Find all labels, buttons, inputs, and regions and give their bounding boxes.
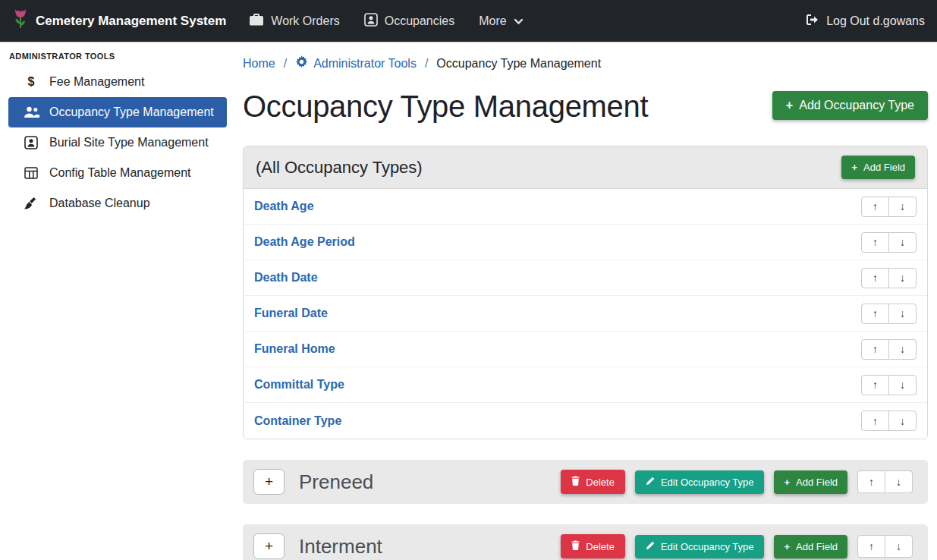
- plus-icon: +: [784, 541, 790, 552]
- move-down-button[interactable]: ↓: [888, 411, 917, 431]
- logout-button[interactable]: Log Out d.gowans: [806, 14, 925, 29]
- card-title: (All Occupancy Types): [256, 158, 423, 178]
- breadcrumb-label: Administrator Tools: [313, 57, 417, 71]
- breadcrumb-home-link[interactable]: Home: [243, 57, 275, 71]
- person-frame-icon: [364, 13, 378, 30]
- nav-item-occupancies[interactable]: Occupancies: [364, 13, 455, 30]
- sidebar-item-occupancy-type-management[interactable]: Occupancy Type Management: [8, 97, 227, 127]
- move-down-button[interactable]: ↓: [888, 197, 917, 217]
- move-up-button[interactable]: ↑: [861, 268, 889, 288]
- nav-item-more[interactable]: More: [479, 14, 523, 28]
- move-up-button[interactable]: ↑: [861, 339, 889, 360]
- reorder-buttons: ↑ ↓: [861, 268, 917, 288]
- reorder-buttons: ↑ ↓: [861, 375, 917, 395]
- admin-tools-sidebar: Administrator Tools $ Fee Management Occ…: [0, 42, 235, 219]
- reorder-buttons: ↑ ↓: [861, 197, 917, 217]
- logout-icon: [806, 14, 819, 29]
- expand-button[interactable]: +: [253, 469, 285, 495]
- expand-button[interactable]: +: [253, 533, 285, 559]
- plus-icon: +: [786, 99, 793, 112]
- breadcrumb-current: Occupancy Type Management: [436, 57, 601, 71]
- occupancy-type-name: Preneed: [299, 470, 561, 494]
- add-field-button[interactable]: + Add Field: [841, 156, 915, 179]
- field-link[interactable]: Funeral Home: [254, 342, 335, 356]
- button-label: Add Field: [863, 162, 905, 173]
- field-link[interactable]: Container Type: [254, 414, 341, 428]
- occupancy-type-section-preneed: + Preneed Delete: [243, 460, 928, 504]
- move-up-button[interactable]: ↑: [857, 535, 885, 558]
- move-up-button[interactable]: ↑: [861, 411, 889, 431]
- occupancy-type-name: Interment: [299, 535, 561, 558]
- sidebar-item-config-table-management[interactable]: Config Table Management: [0, 158, 235, 188]
- add-occupancy-type-button[interactable]: + Add Occupancy Type: [772, 91, 928, 120]
- field-link[interactable]: Death Age Period: [254, 235, 355, 249]
- field-link[interactable]: Funeral Date: [254, 307, 328, 320]
- move-down-button[interactable]: ↓: [888, 304, 917, 324]
- nav-item-label: More: [479, 14, 506, 28]
- delete-button[interactable]: Delete: [561, 470, 625, 494]
- section-actions: Delete Edit Occupancy Type + Add Field ↑: [561, 470, 913, 494]
- sidebar-item-label: Burial Site Type Management: [49, 136, 209, 149]
- button-label: Edit Occupancy Type: [661, 541, 754, 552]
- sidebar-item-burial-site-type-management[interactable]: Burial Site Type Management: [0, 127, 235, 158]
- reorder-buttons: ↑ ↓: [861, 232, 917, 253]
- button-label: Delete: [586, 541, 615, 552]
- table-icon: [23, 167, 39, 179]
- button-label: Add Field: [796, 541, 838, 552]
- button-label: Add Occupancy Type: [799, 99, 914, 112]
- toolbox-icon: [249, 13, 264, 29]
- chevron-down-icon: [514, 14, 524, 28]
- move-up-button[interactable]: ↑: [861, 232, 889, 253]
- move-down-button[interactable]: ↓: [888, 232, 917, 253]
- nav-item-label: Occupancies: [385, 14, 455, 28]
- field-row: Container Type ↑ ↓: [244, 403, 927, 439]
- occupancy-type-section-interment: + Interment Delete: [243, 524, 928, 560]
- page-title: Occupancy Type Management: [243, 87, 648, 126]
- edit-occupancy-type-button[interactable]: Edit Occupancy Type: [635, 535, 765, 558]
- move-down-button[interactable]: ↓: [888, 339, 917, 360]
- nav-item-label: Work Orders: [271, 14, 339, 28]
- sidebar-item-fee-management[interactable]: $ Fee Management: [0, 67, 235, 97]
- field-row: Death Age ↑ ↓: [244, 189, 927, 225]
- logout-label: Log Out d.gowans: [826, 14, 925, 28]
- plus-icon: +: [851, 162, 857, 173]
- breadcrumb-separator: /: [425, 57, 428, 71]
- reorder-buttons: ↑ ↓: [857, 535, 913, 558]
- add-field-button[interactable]: + Add Field: [774, 470, 847, 494]
- move-down-button[interactable]: ↓: [888, 268, 917, 288]
- move-up-button[interactable]: ↑: [857, 470, 885, 493]
- move-down-button[interactable]: ↓: [888, 375, 917, 395]
- move-up-button[interactable]: ↑: [861, 197, 889, 217]
- delete-button[interactable]: Delete: [561, 534, 625, 558]
- field-row: Death Date ↑ ↓: [244, 260, 927, 296]
- field-link[interactable]: Death Age: [254, 200, 314, 213]
- sidebar-heading: Administrator Tools: [0, 52, 235, 67]
- pencil-icon: [646, 477, 655, 488]
- sidebar-item-label: Occupancy Type Management: [49, 105, 214, 119]
- field-row: Committal Type ↑ ↓: [244, 367, 927, 403]
- sidebar-item-label: Fee Management: [49, 75, 144, 89]
- breadcrumb-admin-tools-link[interactable]: Administrator Tools: [295, 55, 417, 71]
- nav-item-work-orders[interactable]: Work Orders: [249, 13, 339, 29]
- flower-logo-icon: [12, 8, 29, 34]
- move-down-button[interactable]: ↓: [885, 535, 913, 558]
- edit-occupancy-type-button[interactable]: Edit Occupancy Type: [635, 470, 765, 494]
- app-brand[interactable]: Cemetery Management System: [12, 8, 226, 34]
- sidebar-item-database-cleanup[interactable]: Database Cleanup: [0, 188, 235, 219]
- move-up-button[interactable]: ↑: [861, 304, 889, 324]
- add-field-button[interactable]: + Add Field: [774, 535, 847, 558]
- field-link[interactable]: Committal Type: [254, 378, 344, 392]
- field-row: Funeral Date ↑ ↓: [244, 296, 927, 332]
- breadcrumb: Home / Administrator Tools / Occupancy T…: [243, 55, 928, 71]
- broom-icon: [23, 197, 39, 210]
- move-down-button[interactable]: ↓: [885, 470, 913, 493]
- move-up-button[interactable]: ↑: [861, 375, 889, 395]
- field-row: Funeral Home ↑ ↓: [244, 332, 927, 367]
- field-link[interactable]: Death Date: [254, 271, 318, 285]
- breadcrumb-separator: /: [284, 57, 287, 71]
- person-frame-icon: [23, 136, 39, 149]
- section-actions: Delete Edit Occupancy Type + Add Field ↑: [561, 534, 913, 558]
- sidebar-item-label: Config Table Management: [49, 166, 191, 180]
- navbar-links: Work Orders Occupancies More: [249, 13, 523, 30]
- button-label: Edit Occupancy Type: [661, 477, 754, 488]
